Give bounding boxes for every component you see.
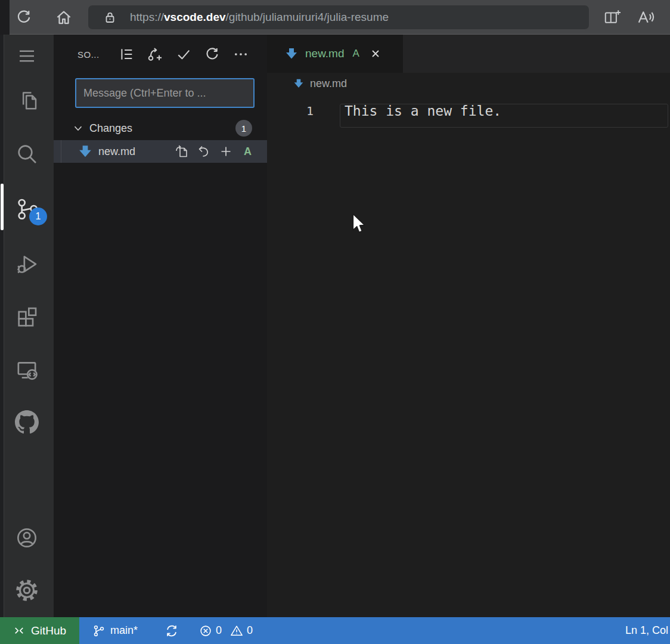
tab-new-md[interactable]: new.md A xyxy=(267,35,403,73)
stage-changes-icon[interactable] xyxy=(219,144,233,159)
markdown-file-icon xyxy=(78,144,92,159)
lock-icon xyxy=(103,10,117,24)
sidebar-item-explorer[interactable] xyxy=(0,81,54,119)
git-pull-request-create-icon[interactable] xyxy=(147,46,163,63)
account-icon xyxy=(15,526,39,550)
tab-label: new.md xyxy=(305,47,344,60)
active-view-indicator xyxy=(1,184,4,230)
branch-name: main* xyxy=(110,624,138,637)
sync-status-item[interactable] xyxy=(165,617,179,644)
status-bar: GitHub main* 0 xyxy=(0,617,670,644)
settings-button[interactable] xyxy=(0,571,54,609)
sidebar-item-extensions[interactable] xyxy=(0,298,54,336)
git-branch-icon xyxy=(92,624,106,637)
refresh-icon[interactable] xyxy=(204,46,221,63)
code-text: This is a new file. xyxy=(345,103,501,119)
file-actions: A xyxy=(175,144,267,159)
read-aloud-icon[interactable] xyxy=(637,8,655,26)
error-count: 0 xyxy=(216,624,222,637)
changes-section-header[interactable]: Changes 1 xyxy=(54,116,267,140)
code-line-1: 1 This is a new file. xyxy=(267,99,670,123)
search-icon xyxy=(15,142,39,166)
url-text: https://vscode.dev/github/juliamuiruri4/… xyxy=(130,11,389,24)
sync-icon xyxy=(165,624,179,638)
markdown-file-icon xyxy=(285,47,298,60)
code-area[interactable]: 1 This is a new file. xyxy=(267,99,670,612)
debug-icon xyxy=(15,252,39,275)
close-tab-icon[interactable] xyxy=(369,47,382,60)
editor-group: new.md A new.md 1 This is a new file. xyxy=(267,35,670,617)
commit-message-input[interactable] xyxy=(75,78,255,108)
git-status-letter: A xyxy=(244,145,252,158)
remote-indicator[interactable]: GitHub xyxy=(0,617,79,644)
menu-button[interactable] xyxy=(0,37,54,75)
breadcrumb-file: new.md xyxy=(310,78,347,90)
branch-status-item[interactable]: main* xyxy=(92,617,138,644)
warning-count: 0 xyxy=(247,624,253,637)
browser-refresh-icon[interactable] xyxy=(15,8,33,26)
line-number: 1 xyxy=(267,104,314,118)
hamburger-menu-icon xyxy=(16,45,38,67)
source-control-actions xyxy=(118,35,249,74)
github-icon xyxy=(15,410,39,434)
breadcrumb[interactable]: new.md xyxy=(267,73,670,94)
changes-label: Changes xyxy=(89,122,132,135)
view-as-tree-icon[interactable] xyxy=(118,46,135,63)
files-icon xyxy=(15,88,39,112)
tree-indent-guide xyxy=(61,140,61,163)
remote-explorer-icon xyxy=(15,358,39,382)
tab-git-status: A xyxy=(352,48,359,60)
sidebar-item-source-control[interactable] xyxy=(0,190,54,228)
tab-strip: new.md A xyxy=(267,35,670,73)
errors-icon xyxy=(199,624,212,637)
browser-address-bar[interactable]: https://vscode.dev/github/juliamuiruri4/… xyxy=(88,5,589,29)
chevron-down-icon xyxy=(72,122,85,135)
more-actions-icon[interactable] xyxy=(232,46,249,63)
account-button[interactable] xyxy=(0,519,54,557)
sidebar-item-search[interactable] xyxy=(0,135,54,173)
sidebar-item-remote-explorer[interactable] xyxy=(0,351,54,389)
changed-file-row[interactable]: new.md A xyxy=(54,140,267,163)
sidebar-item-run-debug[interactable] xyxy=(0,244,54,283)
markdown-file-icon xyxy=(293,78,304,89)
url-path: /github/juliamuiruri4/julia-resume xyxy=(226,11,389,23)
split-screen-icon[interactable] xyxy=(603,8,621,26)
problems-status-item[interactable]: 0 0 xyxy=(199,617,253,644)
url-scheme: https:// xyxy=(130,11,164,23)
extensions-icon xyxy=(15,305,39,329)
warnings-icon xyxy=(230,624,243,637)
remote-label: GitHub xyxy=(31,624,66,637)
source-control-header: SO... xyxy=(54,35,267,74)
sidebar-item-github[interactable] xyxy=(0,403,54,441)
browser-toolbar: https://vscode.dev/github/juliamuiruri4/… xyxy=(0,0,670,35)
settings-gear-icon xyxy=(15,578,39,602)
file-name: new.md xyxy=(98,145,135,158)
screen: https://vscode.dev/github/juliamuiruri4/… xyxy=(0,0,670,644)
open-file-icon[interactable] xyxy=(175,144,189,159)
commit-check-icon[interactable] xyxy=(175,46,192,63)
mouse-cursor xyxy=(352,213,367,234)
browser-edge-strip xyxy=(0,0,10,35)
source-control-badge: 1 xyxy=(29,208,47,225)
discard-changes-icon[interactable] xyxy=(197,144,211,159)
activity-bar: 1 xyxy=(0,35,54,617)
changes-count-badge: 1 xyxy=(235,120,252,137)
browser-home-icon[interactable] xyxy=(55,8,73,26)
panel-title: SO... xyxy=(77,49,100,60)
remote-icon xyxy=(13,625,25,637)
cursor-position: Ln 1, Col 2 xyxy=(625,624,670,637)
cursor-position-item[interactable]: Ln 1, Col 2 xyxy=(625,617,670,644)
source-control-panel: SO... xyxy=(54,35,267,617)
url-host: vscode.dev xyxy=(164,11,226,23)
